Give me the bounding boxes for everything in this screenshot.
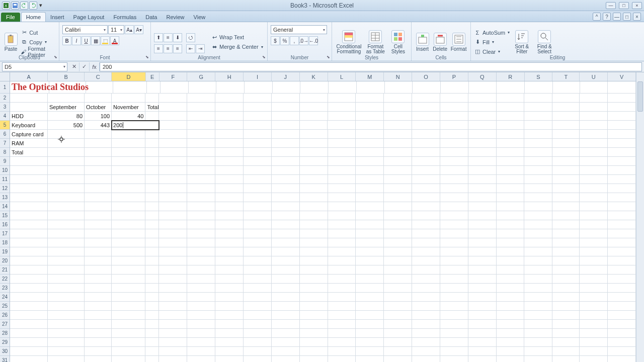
tab-formulas[interactable]: Formulas: [109, 13, 141, 22]
row-header[interactable]: 18: [0, 238, 10, 247]
cell[interactable]: [145, 329, 159, 338]
cell[interactable]: [112, 284, 145, 293]
tab-data[interactable]: Data: [141, 13, 162, 22]
cell[interactable]: [145, 202, 159, 211]
cell[interactable]: [440, 121, 468, 130]
row-header[interactable]: 24: [0, 293, 10, 302]
cell[interactable]: [145, 139, 159, 148]
cell[interactable]: [328, 338, 356, 347]
cell[interactable]: [300, 184, 328, 193]
cell[interactable]: [272, 320, 300, 329]
clipboard-launcher[interactable]: ⬊: [53, 55, 58, 60]
cell[interactable]: [412, 265, 440, 275]
cell[interactable]: [244, 302, 272, 311]
cell[interactable]: [524, 202, 552, 211]
cell[interactable]: [552, 311, 580, 320]
cell[interactable]: [328, 184, 356, 193]
cell[interactable]: [524, 184, 552, 193]
cell[interactable]: [524, 284, 552, 293]
cell[interactable]: [329, 81, 357, 94]
row-header[interactable]: 23: [0, 284, 10, 293]
cell[interactable]: [468, 229, 497, 238]
cell[interactable]: [145, 112, 159, 121]
cell[interactable]: [384, 166, 412, 175]
cell[interactable]: [215, 94, 244, 103]
row-header[interactable]: 11: [0, 175, 10, 184]
tab-insert[interactable]: Insert: [46, 13, 69, 22]
cell[interactable]: 40: [112, 112, 145, 121]
cell[interactable]: [440, 256, 468, 265]
cell[interactable]: [300, 220, 328, 229]
cell[interactable]: [608, 293, 636, 302]
cell[interactable]: [48, 329, 85, 338]
cell[interactable]: [524, 311, 552, 320]
cell[interactable]: [187, 338, 215, 347]
cell[interactable]: [85, 148, 112, 157]
cell[interactable]: [608, 284, 636, 293]
cell[interactable]: [215, 166, 244, 175]
cell[interactable]: [440, 148, 468, 157]
cell[interactable]: [328, 247, 356, 256]
cell[interactable]: [300, 329, 328, 338]
cell[interactable]: [159, 148, 187, 157]
cell[interactable]: [328, 302, 356, 311]
cell[interactable]: [468, 130, 497, 139]
cell[interactable]: [300, 193, 328, 202]
cell[interactable]: [215, 175, 244, 184]
row-header[interactable]: 19: [0, 247, 10, 256]
cell[interactable]: [48, 193, 85, 202]
cell[interactable]: [384, 121, 412, 130]
cell[interactable]: [384, 284, 412, 293]
cell[interactable]: [412, 112, 440, 121]
cell[interactable]: [215, 238, 244, 247]
cell[interactable]: [159, 356, 187, 362]
cell[interactable]: [187, 275, 215, 284]
cell[interactable]: [412, 275, 440, 284]
cell[interactable]: [608, 356, 636, 362]
shrink-font-button[interactable]: A▾: [134, 25, 143, 34]
cell[interactable]: [273, 81, 301, 94]
cell[interactable]: [48, 94, 85, 103]
cell[interactable]: [553, 81, 580, 94]
cell[interactable]: [187, 356, 215, 362]
cell[interactable]: [187, 130, 215, 139]
cell[interactable]: [468, 256, 497, 265]
cell[interactable]: [580, 265, 608, 275]
cell[interactable]: [85, 338, 112, 347]
cell[interactable]: [215, 139, 244, 148]
cell[interactable]: [10, 347, 48, 356]
cell[interactable]: [440, 284, 468, 293]
cell[interactable]: [497, 275, 525, 284]
align-left-button[interactable]: ≡: [154, 44, 163, 53]
cell[interactable]: [112, 356, 145, 362]
cell[interactable]: [159, 94, 187, 103]
cell[interactable]: [112, 229, 145, 238]
cell[interactable]: [356, 121, 384, 130]
cell[interactable]: [145, 166, 159, 175]
cell[interactable]: [159, 130, 187, 139]
cell[interactable]: [552, 139, 580, 148]
cell[interactable]: [159, 139, 187, 148]
cell[interactable]: [384, 338, 412, 347]
cell[interactable]: [524, 329, 552, 338]
cell[interactable]: [145, 193, 159, 202]
cell[interactable]: [48, 211, 85, 220]
cell[interactable]: [86, 81, 113, 94]
cell[interactable]: [384, 103, 412, 112]
cell[interactable]: [468, 247, 497, 256]
cell[interactable]: [187, 265, 215, 275]
cell[interactable]: [468, 166, 497, 175]
cell[interactable]: [85, 130, 112, 139]
cell[interactable]: [300, 94, 328, 103]
cell[interactable]: [608, 238, 636, 247]
cell[interactable]: [440, 94, 468, 103]
cell[interactable]: [187, 139, 215, 148]
cell[interactable]: [244, 338, 272, 347]
cell[interactable]: [244, 356, 272, 362]
cell[interactable]: [300, 265, 328, 275]
column-header[interactable]: N: [384, 72, 412, 81]
cell[interactable]: [272, 211, 300, 220]
cell[interactable]: [328, 121, 356, 130]
cell[interactable]: [356, 284, 384, 293]
cell[interactable]: [580, 148, 608, 157]
